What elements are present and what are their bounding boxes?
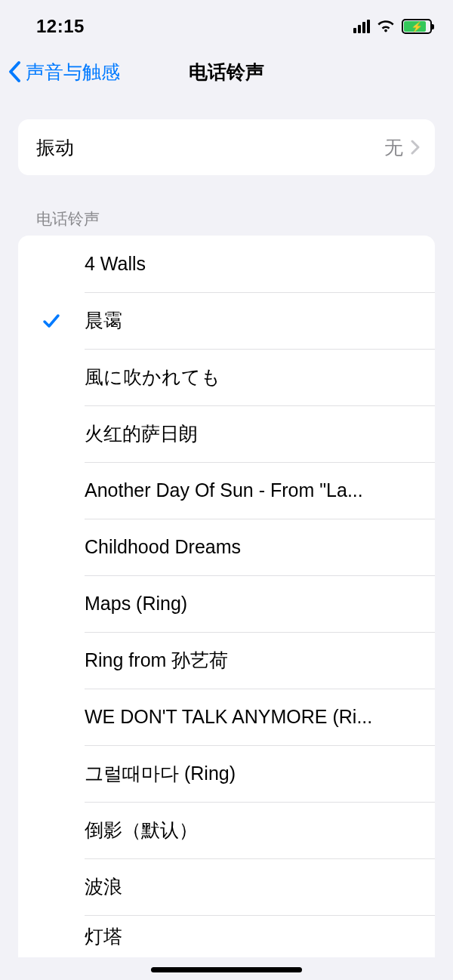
- ringtone-item[interactable]: Another Day Of Sun - From "La...: [18, 462, 435, 519]
- page-title: 电话铃声: [189, 60, 264, 85]
- ringtone-label: Childhood Dreams: [85, 536, 420, 558]
- ringtone-item[interactable]: Childhood Dreams: [18, 519, 435, 575]
- ringtone-item[interactable]: Maps (Ring): [18, 575, 435, 632]
- ringtone-item[interactable]: 火红的萨日朗: [18, 405, 435, 462]
- vibration-label: 振动: [36, 135, 384, 160]
- battery-charging-icon: ⚡: [402, 19, 432, 34]
- ringtone-list: 4 Walls 晨霭 風に吹かれても 火红的萨日朗 Another Day Of…: [18, 236, 435, 957]
- ringtone-item[interactable]: 波浪: [18, 858, 435, 915]
- ringtones-section-header: 电话铃声: [36, 208, 453, 230]
- checkmark-icon: [42, 311, 61, 331]
- ringtone-label: 波浪: [85, 874, 420, 899]
- vibration-group: 振动 无: [18, 119, 435, 175]
- back-label: 声音与触感: [26, 60, 120, 85]
- ringtone-label: WE DON'T TALK ANYMORE (Ri...: [85, 706, 420, 728]
- ringtone-label: Ring from 孙艺荷: [85, 648, 420, 673]
- back-button[interactable]: 声音与触感: [0, 60, 120, 85]
- chevron-right-icon: [411, 140, 420, 155]
- status-time: 12:15: [36, 16, 85, 37]
- ringtone-item[interactable]: 風に吹かれても: [18, 349, 435, 405]
- ringtone-label: 4 Walls: [85, 253, 420, 275]
- vibration-value: 无: [384, 135, 403, 160]
- ringtone-label: Another Day Of Sun - From "La...: [85, 479, 420, 501]
- chevron-left-icon: [8, 60, 21, 83]
- vibration-row[interactable]: 振动 无: [18, 119, 435, 175]
- status-icons: ⚡: [353, 19, 432, 34]
- ringtone-item[interactable]: 그럴때마다 (Ring): [18, 745, 435, 802]
- ringtone-label: 그럴때마다 (Ring): [85, 761, 420, 786]
- cellular-icon: [353, 20, 370, 33]
- nav-header: 声音与触感 电话铃声: [0, 45, 453, 98]
- check-col: [18, 311, 85, 331]
- ringtone-item[interactable]: 4 Walls: [18, 236, 435, 292]
- ringtone-label: Maps (Ring): [85, 593, 420, 615]
- ringtone-label: 晨霭: [85, 308, 420, 333]
- home-indicator[interactable]: [151, 967, 302, 972]
- ringtone-item-selected[interactable]: 晨霭: [18, 292, 435, 349]
- wifi-icon: [376, 19, 396, 34]
- ringtone-item-default[interactable]: 倒影（默认）: [18, 802, 435, 858]
- ringtone-label: 倒影（默认）: [85, 818, 420, 843]
- ringtone-item[interactable]: WE DON'T TALK ANYMORE (Ri...: [18, 689, 435, 745]
- ringtone-label: 火红的萨日朗: [85, 421, 420, 446]
- ringtone-label: 灯塔: [85, 924, 420, 949]
- ringtone-item[interactable]: Ring from 孙艺荷: [18, 632, 435, 689]
- ringtone-item[interactable]: 灯塔: [18, 915, 435, 957]
- ringtone-label: 風に吹かれても: [85, 365, 420, 390]
- status-bar: 12:15 ⚡: [0, 0, 453, 45]
